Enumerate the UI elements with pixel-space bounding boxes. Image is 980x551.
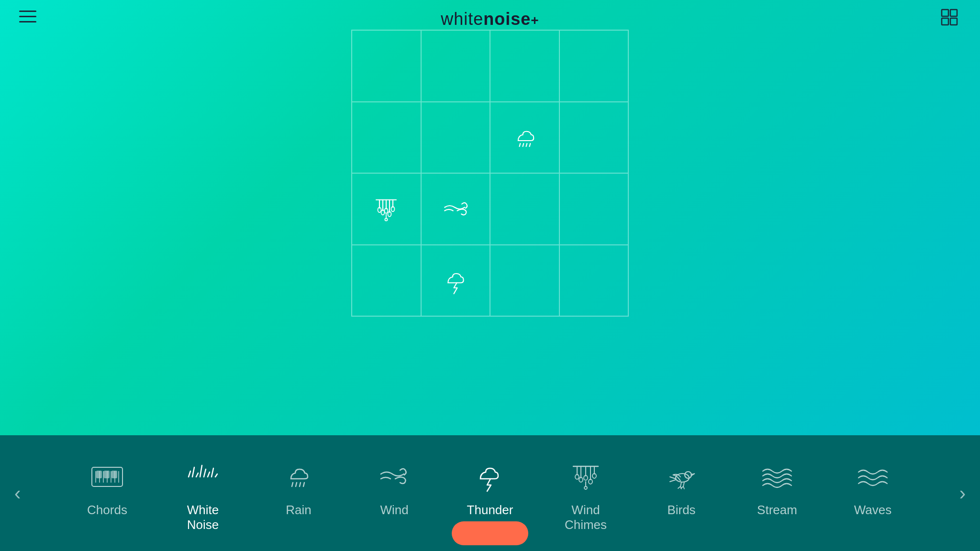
wind-chimes-nav-icon (567, 458, 605, 496)
nav-item-wind-label: Wind (380, 503, 408, 518)
nav-item-wind-chimes[interactable]: WindChimes (538, 446, 634, 540)
svg-line-37 (208, 472, 210, 477)
svg-rect-30 (104, 471, 109, 478)
nav-item-chords-label: Chords (87, 503, 127, 518)
svg-line-34 (196, 473, 198, 477)
svg-line-32 (189, 471, 190, 477)
nav-item-rain-label: Rain (286, 503, 311, 518)
nav-item-stream[interactable]: Stream (729, 446, 825, 525)
svg-line-60 (683, 482, 684, 486)
grid-cell-3-0[interactable] (352, 245, 421, 317)
nav-item-chords[interactable]: Chords (59, 446, 155, 525)
header: whitenoise+ (0, 0, 980, 38)
grid-cell-2-2[interactable] (490, 173, 559, 245)
birds-nav-icon (662, 458, 701, 496)
svg-line-40 (292, 483, 293, 486)
svg-point-20 (385, 218, 388, 220)
rain-nav-icon (279, 458, 318, 496)
chords-icon (88, 458, 126, 496)
svg-line-38 (212, 468, 213, 477)
nav-item-birds-label: Birds (667, 503, 695, 518)
grid-cell-2-3[interactable] (559, 173, 629, 245)
nav-item-wind-chimes-label: WindChimes (565, 503, 607, 532)
stream-nav-icon (758, 458, 796, 496)
next-nav-arrow[interactable]: › (945, 483, 980, 504)
svg-line-5 (523, 143, 524, 146)
grid-cell-0-2[interactable] (490, 30, 559, 102)
waves-nav-icon (854, 458, 892, 496)
grid-cell-1-0[interactable] (352, 102, 421, 174)
grid-cell-0-1[interactable] (421, 30, 490, 102)
nav-item-waves-label: Waves (854, 503, 892, 518)
svg-line-59 (680, 482, 681, 486)
grid-cell-3-3[interactable] (559, 245, 629, 317)
grid-cell-3-2[interactable] (490, 245, 559, 317)
nav-item-thunder-label: Thunder (467, 503, 513, 518)
grid-cell-wind-chimes[interactable] (352, 173, 421, 245)
svg-rect-29 (97, 471, 101, 478)
sound-grid-area (351, 30, 629, 317)
grid-cell-0-3[interactable] (559, 30, 629, 102)
thunder-nav-icon (471, 458, 509, 496)
grid-cell-rain[interactable] (490, 102, 559, 174)
svg-line-4 (520, 143, 521, 146)
svg-line-33 (192, 467, 194, 477)
svg-line-43 (303, 483, 304, 486)
nav-item-wind[interactable]: Wind (346, 446, 442, 525)
svg-rect-0 (942, 10, 948, 16)
sound-grid (351, 30, 629, 317)
svg-line-35 (200, 465, 202, 477)
svg-line-39 (215, 474, 217, 477)
nav-item-stream-label: Stream (757, 503, 797, 518)
svg-line-7 (530, 143, 531, 146)
nav-item-white-noise-label: WhiteNoise (187, 503, 219, 532)
svg-rect-2 (942, 18, 948, 25)
grid-cell-thunder[interactable] (421, 245, 490, 317)
svg-line-61 (678, 486, 680, 488)
grid-view-button[interactable] (940, 8, 961, 31)
svg-line-64 (683, 486, 684, 489)
svg-rect-3 (950, 18, 957, 25)
prev-nav-arrow[interactable]: ‹ (0, 483, 35, 504)
svg-line-41 (296, 483, 297, 486)
nav-item-thunder[interactable]: Thunder (442, 446, 538, 525)
play-button[interactable] (452, 521, 528, 545)
white-noise-icon (184, 458, 222, 496)
nav-item-birds[interactable]: Birds (634, 446, 729, 525)
svg-rect-1 (950, 10, 957, 16)
svg-rect-31 (112, 471, 117, 478)
menu-button[interactable] (19, 11, 36, 22)
app-logo: whitenoise+ (441, 9, 539, 29)
grid-cell-1-3[interactable] (559, 102, 629, 174)
svg-line-42 (300, 483, 301, 486)
grid-cell-0-0[interactable] (352, 30, 421, 102)
nav-item-white-noise[interactable]: WhiteNoise (155, 446, 251, 540)
wind-nav-icon (375, 458, 413, 496)
svg-line-36 (204, 469, 206, 477)
nav-item-rain[interactable]: Rain (251, 446, 346, 525)
grid-cell-1-1[interactable] (421, 102, 490, 174)
nav-item-waves[interactable]: Waves (825, 446, 921, 525)
grid-cell-wind[interactable] (421, 173, 490, 245)
bottom-navigation-bar: ‹ Chords (0, 435, 980, 551)
svg-line-6 (526, 143, 527, 146)
